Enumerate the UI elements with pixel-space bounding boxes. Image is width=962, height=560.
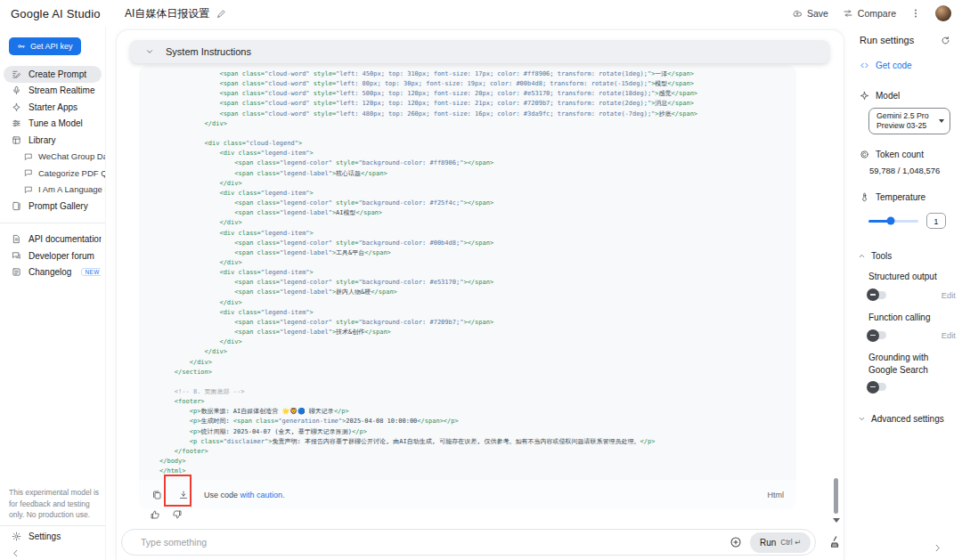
more-options-icon[interactable] bbox=[910, 8, 921, 19]
composer: Run Ctrl ↵ bbox=[121, 529, 816, 556]
library-icon bbox=[12, 135, 21, 145]
sidebar-item-changelog[interactable]: ChangelogNEW bbox=[4, 264, 102, 281]
toggle-grounding-with-google-search[interactable] bbox=[868, 383, 886, 391]
gear-icon bbox=[12, 532, 21, 541]
edit-link[interactable]: Edit bbox=[942, 290, 956, 300]
prompt-gallery-label: Prompt Gallery bbox=[29, 201, 88, 211]
chevron-up-icon bbox=[858, 252, 866, 260]
mic-icon bbox=[12, 85, 21, 95]
tool-label: Grounding with Google Search bbox=[868, 352, 956, 376]
toggle-function-calling[interactable] bbox=[868, 331, 886, 339]
sidebar-item-library[interactable]: Library bbox=[4, 132, 102, 149]
sidebar-item-label: Tune a Model bbox=[29, 118, 83, 128]
toggle-structured-output[interactable] bbox=[868, 291, 886, 299]
code-language-label: Html bbox=[768, 491, 785, 499]
run-label: Run bbox=[760, 538, 776, 548]
tools-section-header[interactable]: Tools bbox=[858, 251, 962, 261]
tools-label: Tools bbox=[871, 251, 892, 261]
create-icon bbox=[12, 69, 21, 79]
avatar[interactable] bbox=[935, 5, 951, 21]
scrollbar-down-arrow[interactable] bbox=[833, 518, 840, 523]
sidebar-item-label: Stream Realtime bbox=[29, 85, 94, 95]
app-logo[interactable]: Google AI Studio bbox=[11, 7, 116, 20]
sidebar-item-developer-forum[interactable]: Developer forum bbox=[4, 248, 102, 264]
temperature-label: Temperature bbox=[876, 192, 925, 202]
sidebar-nav: Create PromptStream RealtimeStarter Apps… bbox=[0, 66, 105, 149]
scrollbar-thumb[interactable] bbox=[834, 478, 838, 514]
system-instructions-bar[interactable]: System Instructions bbox=[130, 40, 829, 63]
sidebar-item-create-prompt[interactable]: Create Prompt bbox=[4, 66, 102, 83]
sidebar-links: API documentationDeveloper forumChangelo… bbox=[0, 231, 105, 281]
tools-list: Structured outputEditFunction callingEdi… bbox=[851, 271, 962, 391]
get-api-key-label: Get API key bbox=[30, 42, 73, 51]
token-count-value: 59,788 / 1,048,576 bbox=[869, 166, 962, 175]
sidebar-subitem-wechat-group-daily-r[interactable]: WeChat Group Daily R... bbox=[0, 149, 105, 166]
sidebar-link-label: Developer forum bbox=[29, 251, 94, 261]
save-button[interactable]: Save bbox=[792, 8, 828, 19]
system-instructions-label: System Instructions bbox=[166, 46, 251, 57]
sidebar-subitem-categorize-pdf-quest[interactable]: Categorize PDF Quest... bbox=[0, 165, 105, 182]
sidebar-item-stream-realtime[interactable]: Stream Realtime bbox=[4, 83, 102, 100]
thumbs-down-icon[interactable] bbox=[172, 509, 183, 520]
sidebar-link-label: API documentation bbox=[29, 234, 102, 244]
get-api-key-button[interactable]: Get API key bbox=[9, 37, 81, 55]
left-sidebar: Get API key Create PromptStream Realtime… bbox=[0, 27, 106, 560]
run-settings-panel: Run settings Get code Model Gemini 2.5 P… bbox=[851, 27, 962, 560]
sidebar-item-prompt-gallery[interactable]: Prompt Gallery bbox=[4, 198, 102, 215]
settings-button[interactable]: Settings bbox=[4, 529, 102, 546]
copy-code-icon[interactable] bbox=[151, 490, 162, 500]
chat-bubble-icon bbox=[24, 152, 33, 161]
use-code-text: Use code bbox=[204, 491, 238, 499]
get-code-link[interactable]: Get code bbox=[860, 61, 962, 70]
add-attachment-icon[interactable] bbox=[730, 536, 742, 548]
page-title: AI自媒体日报设置 bbox=[125, 6, 209, 21]
temperature-value[interactable]: 1 bbox=[926, 213, 946, 229]
dropdown-caret-icon bbox=[939, 119, 944, 123]
thermometer-icon bbox=[860, 192, 869, 202]
subitem-label: WeChat Group Daily R... bbox=[38, 151, 105, 161]
chat-area: System Instructions <span class="cloud-w… bbox=[116, 29, 844, 560]
code-content[interactable]: <span class="cloud-word" style="left: 45… bbox=[139, 65, 796, 480]
temperature-slider[interactable] bbox=[868, 220, 918, 223]
sidebar-item-label: Create Prompt bbox=[29, 69, 86, 79]
sidebar-item-tune-a-model[interactable]: Tune a Model bbox=[4, 116, 102, 133]
subitem-label: Categorize PDF Quest... bbox=[38, 168, 105, 178]
token-count-section: Token count bbox=[860, 150, 962, 159]
annotation-box-download bbox=[164, 475, 192, 507]
spark-icon bbox=[12, 102, 21, 112]
sidebar-divider-bottom bbox=[0, 525, 105, 526]
clear-chat-icon[interactable] bbox=[828, 535, 842, 548]
code-block: <span class="cloud-word" style="left: 45… bbox=[139, 65, 796, 509]
reset-settings-icon[interactable] bbox=[941, 36, 950, 45]
collapse-panel-icon[interactable] bbox=[933, 543, 942, 553]
sidebar-item-api-documentation[interactable]: API documentation bbox=[4, 231, 102, 248]
model-select[interactable]: Gemini 2.5 Pro Preview 03-25 bbox=[868, 108, 950, 134]
thumbs-up-icon[interactable] bbox=[150, 509, 160, 520]
toggle-knob bbox=[867, 329, 879, 342]
model-label: Model bbox=[876, 91, 900, 101]
collapse-sidebar-icon[interactable] bbox=[11, 548, 20, 558]
advanced-settings-label: Advanced settings bbox=[871, 414, 944, 424]
top-bar: Google AI Studio AI自媒体日报设置 Save Compare bbox=[0, 0, 962, 27]
settings-label: Settings bbox=[29, 532, 61, 541]
slider-knob[interactable] bbox=[887, 217, 895, 225]
with-caution-link[interactable]: with caution. bbox=[240, 491, 285, 499]
sidebar-item-starter-apps[interactable]: Starter Apps bbox=[4, 99, 102, 116]
code-brackets-icon bbox=[860, 61, 869, 70]
compare-button[interactable]: Compare bbox=[843, 8, 896, 19]
edit-link[interactable]: Edit bbox=[942, 330, 956, 340]
model-section-label: Model bbox=[860, 91, 962, 101]
save-label: Save bbox=[807, 8, 828, 19]
model-value: Gemini 2.5 Pro Preview 03-25 bbox=[876, 111, 939, 132]
tool-grounding-with-google-search: Grounding with Google Search bbox=[868, 352, 962, 391]
run-button[interactable]: Run Ctrl ↵ bbox=[750, 532, 811, 553]
model-icon bbox=[860, 91, 869, 101]
token-count-icon bbox=[860, 150, 869, 159]
sidebar-subitem-i-am-a-language-mod[interactable]: I Am A Language Mod... bbox=[0, 182, 105, 199]
gallery-icon bbox=[12, 201, 21, 211]
get-code-label: Get code bbox=[876, 61, 912, 70]
sidebar-item-label: Library bbox=[29, 135, 56, 145]
edit-title-icon[interactable] bbox=[216, 9, 226, 19]
advanced-settings-header[interactable]: Advanced settings bbox=[858, 414, 962, 424]
chat-input[interactable] bbox=[141, 537, 730, 548]
